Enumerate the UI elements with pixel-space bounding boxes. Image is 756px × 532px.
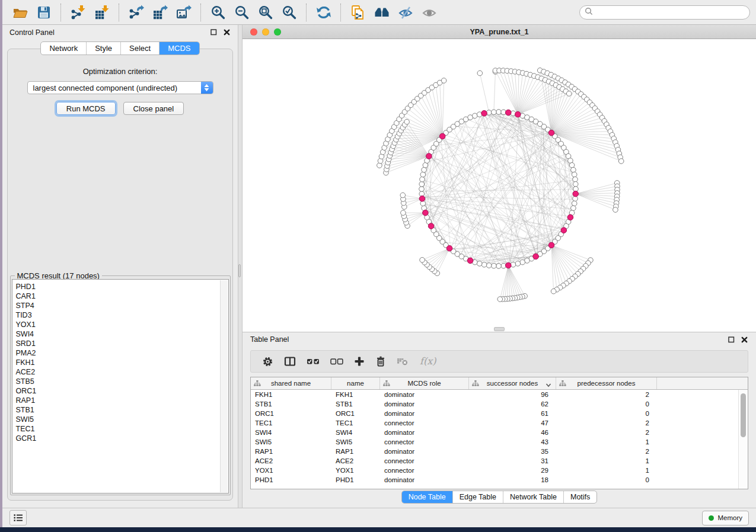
table-panel-title: Table Panel	[250, 335, 289, 344]
unselect-all-columns-icon[interactable]	[330, 356, 343, 367]
tab-network-table[interactable]: Network Table	[503, 491, 564, 503]
clone-network-icon[interactable]	[350, 5, 366, 20]
table-row[interactable]: FKH1FKH1dominator962	[251, 390, 748, 399]
cell-mcds-role: connector	[380, 467, 469, 474]
tab-mcds[interactable]: MCDS	[160, 42, 199, 55]
toolbar-icon-group	[8, 4, 441, 21]
zoom-in-icon[interactable]	[210, 5, 226, 20]
close-panel-icon[interactable]	[223, 28, 231, 36]
table-row[interactable]: ACE2ACE2connector311	[251, 456, 748, 466]
table-row[interactable]: SWI5SWI5connector431	[251, 437, 748, 447]
zoom-out-icon[interactable]	[234, 5, 250, 20]
show-all-icon[interactable]	[422, 5, 437, 20]
search-input[interactable]	[595, 8, 749, 17]
table-row[interactable]: RAP1RAP1dominator352	[251, 447, 748, 456]
hide-selected-icon[interactable]	[398, 5, 413, 20]
open-session-icon[interactable]	[12, 5, 28, 20]
toolbar-separator	[306, 4, 307, 21]
refresh-view-icon[interactable]	[316, 5, 331, 20]
status-bar: Memory	[2, 508, 756, 527]
table-row[interactable]: TEC1TEC1connector472	[251, 418, 748, 428]
table-scrollbar-thumb[interactable]	[741, 393, 746, 437]
table-panel: Table Panel f(x) shared namenameMCDS rol…	[243, 332, 756, 508]
app-window: Control Panel NetworkStyleSelectMCDS Opt…	[2, 0, 756, 527]
memory-status-dot	[709, 515, 714, 521]
search-icon	[585, 7, 593, 18]
network-view-canvas[interactable]	[243, 39, 756, 332]
tab-motifs[interactable]: Motifs	[564, 491, 596, 503]
export-image-icon[interactable]	[176, 5, 192, 20]
column-label: shared name	[271, 380, 311, 387]
close-table-panel-icon[interactable]	[741, 336, 748, 344]
traffic-light-maximize[interactable]	[274, 28, 281, 36]
mcds-result-item: PHD1	[16, 282, 220, 291]
table-row[interactable]: ORC1ORC1dominator610	[251, 409, 748, 418]
table-row[interactable]: PHD1PHD1dominator180	[251, 475, 748, 485]
cell-predecessor-nodes: 2	[556, 448, 657, 455]
mcds-result-item: SWI4	[16, 329, 220, 339]
traffic-light-minimize[interactable]	[262, 28, 269, 36]
traffic-light-close[interactable]	[250, 28, 257, 36]
cell-successor-nodes: 46	[469, 429, 556, 436]
close-panel-button[interactable]: Close panel	[123, 102, 184, 115]
tab-style[interactable]: Style	[87, 42, 121, 55]
tab-select[interactable]: Select	[121, 42, 160, 55]
column-header-predecessor-nodes[interactable]: predecessor nodes	[556, 377, 657, 389]
delete-column-icon[interactable]	[375, 356, 386, 367]
network-graph[interactable]	[243, 39, 752, 332]
tab-network[interactable]: Network	[41, 42, 87, 55]
table-settings-gear-icon[interactable]	[262, 356, 273, 367]
horizontal-splitter-grip[interactable]	[494, 327, 505, 331]
memory-button[interactable]: Memory	[702, 511, 749, 525]
table-row[interactable]: YOX1YOX1connector291	[251, 466, 748, 475]
import-table-icon[interactable]	[94, 5, 110, 20]
tab-edge-table[interactable]: Edge Table	[453, 491, 503, 503]
mcds-result-item: GCR1	[16, 434, 220, 443]
float-table-panel-icon[interactable]	[728, 336, 735, 344]
network-window-titlebar: YPA_prune.txt_1	[243, 25, 756, 39]
search-neighbors-icon[interactable]	[374, 5, 390, 20]
zoom-selected-icon[interactable]	[282, 5, 297, 20]
mcds-result-item: SRD1	[16, 339, 220, 348]
cell-predecessor-nodes: 0	[556, 476, 657, 483]
control-panel: Control Panel NetworkStyleSelectMCDS Opt…	[2, 25, 238, 508]
cell-shared-name: PHD1	[251, 476, 331, 483]
save-session-icon[interactable]	[36, 5, 52, 20]
mcds-result-list[interactable]: PHD1CAR1STP4TID3YOX1SWI4SRD1PMA2FKH1ACE2…	[12, 279, 229, 493]
column-header-mcds-role[interactable]: MCDS role	[380, 377, 469, 389]
export-network-icon[interactable]	[129, 5, 144, 20]
cell-mcds-role: dominator	[380, 429, 469, 436]
run-mcds-button[interactable]: Run MCDS	[56, 102, 116, 115]
cell-shared-name: YOX1	[251, 467, 331, 474]
search-box[interactable]	[579, 5, 750, 20]
column-visibility-icon[interactable]	[284, 356, 296, 367]
column-header-shared-name[interactable]: shared name	[251, 377, 331, 389]
table-scrollbar[interactable]	[738, 390, 748, 489]
select-all-columns-icon[interactable]	[307, 356, 320, 367]
memory-label: Memory	[717, 514, 742, 521]
cell-mcds-role: dominator	[380, 448, 469, 455]
result-list-scrollbar[interactable]	[220, 280, 228, 492]
cell-name: SWI5	[331, 438, 380, 446]
table-toolbar: f(x)	[250, 350, 748, 373]
sort-indicator-icon	[546, 382, 551, 389]
cell-mcds-role: connector	[380, 457, 469, 464]
cell-name: ACE2	[331, 457, 380, 464]
task-history-button[interactable]	[9, 510, 27, 525]
column-header-name[interactable]: name	[331, 377, 380, 389]
column-header-successor-nodes[interactable]: successor nodes	[469, 377, 556, 389]
table-row[interactable]: STB1STB1dominator620	[251, 399, 748, 409]
select-stepper-icon	[201, 82, 213, 94]
table-row[interactable]: SWI4SWI4dominator462	[251, 428, 748, 437]
tab-node-table[interactable]: Node Table	[402, 491, 453, 503]
optimization-criterion-select[interactable]: largest connected component (undirected)	[27, 81, 213, 94]
vertical-splitter[interactable]	[238, 25, 243, 508]
splitter-grip[interactable]	[238, 264, 241, 277]
export-table-icon[interactable]	[152, 5, 168, 20]
column-label: successor nodes	[487, 380, 538, 387]
import-network-icon[interactable]	[71, 5, 86, 20]
optimization-criterion-label: Optimization criterion:	[83, 67, 158, 76]
float-panel-icon[interactable]	[210, 28, 218, 36]
zoom-fit-icon[interactable]	[258, 5, 273, 20]
add-column-icon[interactable]	[354, 356, 365, 367]
